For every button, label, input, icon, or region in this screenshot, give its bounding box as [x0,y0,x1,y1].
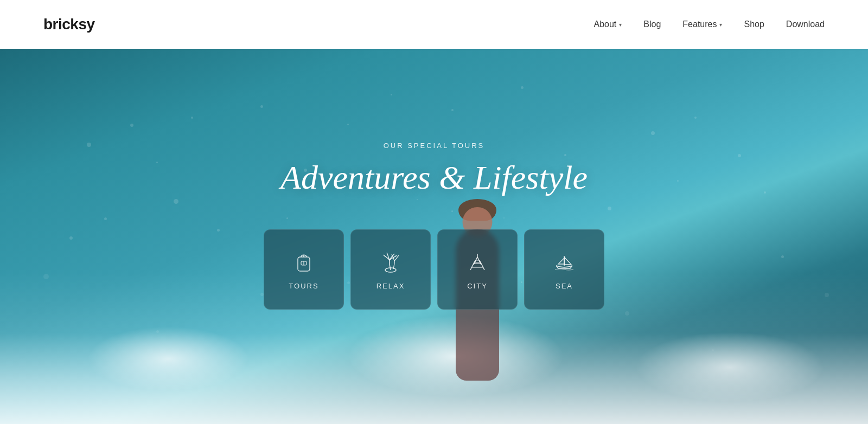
logo[interactable]: bricksy [43,16,95,33]
nav-item-features[interactable]: Features ▾ [682,20,722,29]
tour-card-tours[interactable]: TOURS [264,229,344,310]
nav-item-download[interactable]: Download [786,20,825,29]
tour-card-city-label: CITY [467,282,488,290]
tour-card-city[interactable]: CITY [437,229,518,310]
hero-content: OUR SPECIAL TOURS Adventures & Lifestyle… [0,49,868,424]
tour-card-relax[interactable]: RELAX [350,229,431,310]
header: bricksy About ▾ Blog Features ▾ Shop Dow… [0,0,868,49]
chevron-down-icon: ▾ [619,22,622,28]
nav-item-blog[interactable]: Blog [643,20,661,29]
hero-title: Adventures & Lifestyle [280,158,588,197]
nav-item-shop[interactable]: Shop [744,20,764,29]
nav-label-shop: Shop [744,20,764,29]
chevron-down-icon-features: ▾ [719,22,722,28]
tour-card-sea[interactable]: SEA [524,229,604,310]
sailboat-icon [552,249,577,274]
nav: About ▾ Blog Features ▾ Shop Download [593,20,825,29]
tour-card-sea-label: SEA [556,282,573,290]
palm-icon [378,249,403,274]
nav-item-about[interactable]: About ▾ [593,20,622,29]
nav-label-about: About [593,20,616,29]
tour-cards: TOURS [264,229,604,310]
tower-icon [465,249,490,274]
hero-section: OUR SPECIAL TOURS Adventures & Lifestyle… [0,49,868,424]
backpack-icon [291,249,316,274]
nav-label-features: Features [682,20,717,29]
nav-label-blog: Blog [643,20,661,29]
nav-label-download: Download [786,20,825,29]
hero-subtitle: OUR SPECIAL TOURS [384,142,485,150]
tour-card-tours-label: TOURS [289,282,318,290]
tour-card-relax-label: RELAX [376,282,405,290]
